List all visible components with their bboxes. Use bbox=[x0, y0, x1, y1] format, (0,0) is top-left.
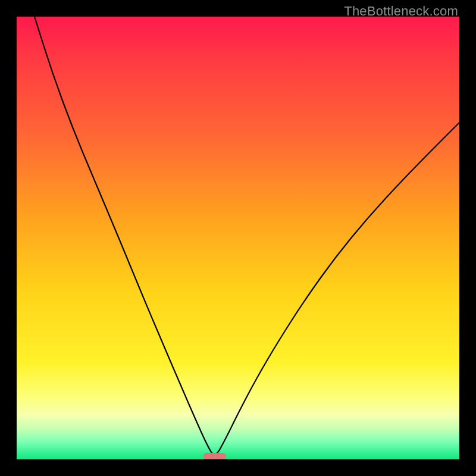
apex-marker bbox=[203, 453, 226, 459]
outer-frame: TheBottleneck.com bbox=[0, 0, 476, 476]
plot-area bbox=[17, 17, 459, 459]
bottleneck-curve bbox=[17, 17, 459, 459]
